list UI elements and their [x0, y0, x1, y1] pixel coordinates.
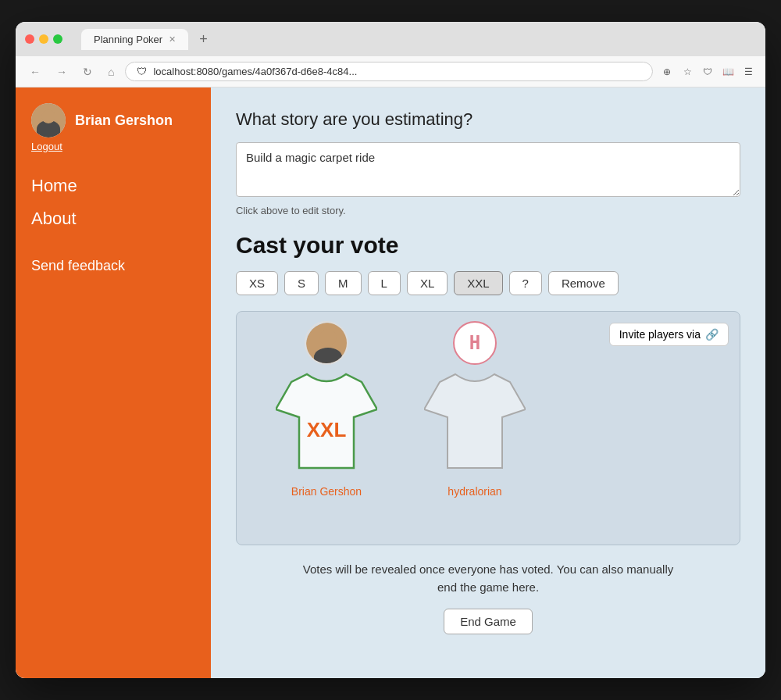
url-text: localhost:8080/games/4a0f367d-d6e8-4c84.… — [153, 66, 357, 77]
new-tab-button[interactable]: + — [199, 31, 208, 48]
end-game-button[interactable]: End Game — [444, 609, 533, 634]
home-button[interactable]: ⌂ — [103, 62, 119, 81]
browser-toolbar: ← → ↻ ⌂ 🛡 localhost:8080/games/4a0f367d-… — [16, 56, 765, 88]
story-hint: Click above to edit story. — [236, 205, 740, 216]
invite-players-button[interactable]: Invite players via 🔗 — [609, 323, 729, 346]
back-button[interactable]: ← — [25, 62, 45, 81]
hydralorian-avatar: H — [453, 321, 497, 365]
vote-m[interactable]: M — [325, 271, 362, 295]
players-grid: XXL Brian Gershon H — [252, 327, 724, 513]
vote-remove[interactable]: Remove — [548, 271, 619, 295]
player-card-hydralorian: H hydralorian — [424, 343, 526, 498]
player-card-brian: XXL Brian Gershon — [276, 343, 377, 498]
vote-buttons: XS S M L XL XXL ? Remove — [236, 271, 740, 295]
vote-s[interactable]: S — [284, 271, 319, 295]
traffic-lights — [25, 34, 62, 44]
menu-icon[interactable]: ☰ — [740, 64, 756, 80]
lock-icon: 🛡 — [137, 66, 147, 77]
sidebar-item-about[interactable]: About — [31, 204, 195, 234]
app-container: Brian Gershon Logout Home About Send fee… — [16, 88, 765, 678]
browser-tab[interactable]: Planning Poker ✕ — [81, 29, 188, 50]
vote-xxl[interactable]: XXL — [454, 271, 502, 295]
vote-xl[interactable]: XL — [407, 271, 448, 295]
sidebar: Brian Gershon Logout Home About Send fee… — [16, 88, 211, 678]
vote-l[interactable]: L — [368, 271, 401, 295]
page-title: What story are you estimating? — [236, 109, 740, 130]
vote-question[interactable]: ? — [509, 271, 542, 295]
toolbar-icons: ⊕ ☆ 🛡 📖 ☰ — [659, 64, 756, 80]
forward-button[interactable]: → — [52, 62, 72, 81]
avatar — [31, 103, 66, 138]
players-area: Invite players via 🔗 — [236, 311, 740, 545]
story-input[interactable] — [236, 142, 740, 197]
brian-tshirt: XXL — [276, 366, 377, 479]
hydralorian-tshirt — [424, 366, 526, 479]
logout-link[interactable]: Logout — [31, 141, 195, 152]
nav-items: Home About Send feedback — [31, 171, 195, 662]
bookmark-icon[interactable]: ☆ — [679, 64, 695, 80]
hydralorian-name: hydralorian — [448, 485, 501, 498]
reload-button[interactable]: ↻ — [78, 62, 97, 81]
close-button[interactable] — [25, 34, 34, 44]
sidebar-item-home[interactable]: Home — [31, 171, 195, 201]
extensions-icon[interactable]: ⊕ — [659, 64, 675, 80]
invite-label: Invite players via — [619, 328, 701, 341]
username-label: Brian Gershon — [75, 112, 173, 129]
votes-message: Votes will be revealed once everyone has… — [293, 561, 683, 596]
brian-name: Brian Gershon — [291, 485, 362, 498]
cast-vote-title: Cast your vote — [236, 232, 740, 259]
shield-icon[interactable]: 🛡 — [700, 64, 715, 80]
sidebar-item-feedback[interactable]: Send feedback — [31, 253, 195, 279]
vote-xs[interactable]: XS — [236, 271, 278, 295]
link-icon: 🔗 — [705, 328, 719, 341]
minimize-button[interactable] — [39, 34, 48, 44]
address-bar[interactable]: 🛡 localhost:8080/games/4a0f367d-d6e8-4c8… — [125, 62, 653, 81]
reader-icon[interactable]: 📖 — [720, 64, 736, 80]
main-content: What story are you estimating? Click abo… — [211, 88, 765, 678]
brian-avatar — [306, 323, 348, 365]
browser-window: Planning Poker ✕ + ← → ↻ ⌂ 🛡 localhost:8… — [16, 22, 765, 678]
tab-close-icon[interactable]: ✕ — [169, 34, 176, 45]
user-section: Brian Gershon — [31, 103, 195, 138]
svg-text:XXL: XXL — [307, 418, 347, 441]
tab-title: Planning Poker — [94, 34, 162, 45]
browser-titlebar: Planning Poker ✕ + — [16, 22, 765, 56]
maximize-button[interactable] — [53, 34, 62, 44]
